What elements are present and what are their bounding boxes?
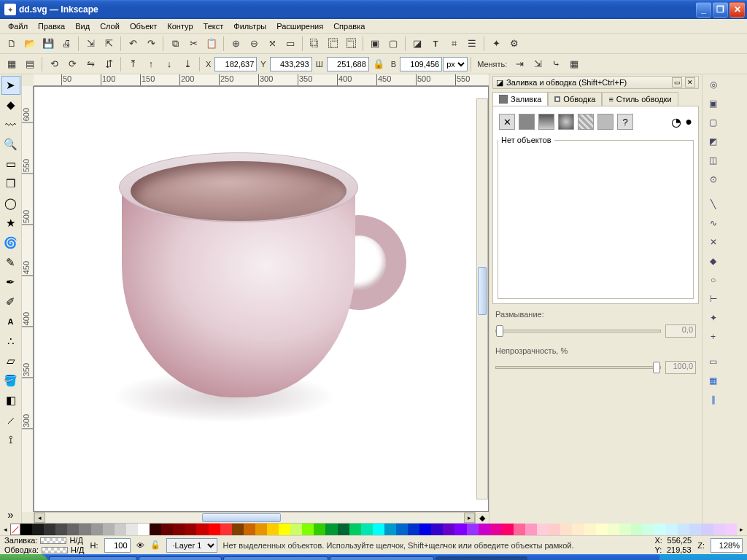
star-tool[interactable]: ★ bbox=[1, 214, 20, 233]
x-input[interactable] bbox=[214, 57, 257, 71]
taskbar-item-2[interactable]: 💽 KINGSTON (F:) bbox=[139, 556, 222, 560]
palette-swatch[interactable] bbox=[349, 524, 361, 535]
palette-swatch[interactable] bbox=[572, 524, 584, 535]
menu-edit[interactable]: Правка bbox=[33, 20, 70, 32]
calligraphy-tool[interactable]: ✐ bbox=[1, 292, 20, 311]
snap-grid-button[interactable]: ▦ bbox=[705, 372, 722, 389]
palette-swatch[interactable] bbox=[713, 524, 725, 535]
palette-swatch[interactable] bbox=[290, 524, 302, 535]
palette-swatch[interactable] bbox=[79, 524, 90, 535]
palette-swatch[interactable] bbox=[502, 524, 514, 535]
palette-swatch[interactable] bbox=[431, 524, 443, 535]
menu-path[interactable]: Контур bbox=[162, 20, 198, 32]
rotate-cw-button[interactable]: ⟳ bbox=[63, 55, 81, 73]
import-button[interactable]: ⇲ bbox=[82, 35, 99, 52]
rotate-ccw-button[interactable]: ⟲ bbox=[45, 55, 63, 73]
lock-icon[interactable]: 🔓 bbox=[150, 540, 160, 550]
palette-swatch[interactable] bbox=[396, 524, 408, 535]
align-button[interactable]: ☰ bbox=[463, 35, 481, 52]
palette-swatch[interactable] bbox=[67, 524, 79, 535]
fill-linear-button[interactable] bbox=[538, 114, 554, 130]
menu-ext[interactable]: Расширения bbox=[271, 20, 328, 32]
menu-help[interactable]: Справка bbox=[328, 20, 370, 32]
canvas[interactable] bbox=[34, 86, 489, 512]
palette-swatch[interactable] bbox=[537, 524, 549, 535]
menu-text[interactable]: Текст bbox=[198, 20, 229, 32]
palette-swatch[interactable] bbox=[654, 524, 666, 535]
palette-swatch[interactable] bbox=[560, 524, 572, 535]
affect-rotate-button[interactable]: ⤷ bbox=[547, 55, 565, 73]
unlink-clone-button[interactable]: ⿹ bbox=[342, 35, 360, 52]
menu-view[interactable]: Вид bbox=[70, 20, 95, 32]
palette-swatch[interactable] bbox=[467, 524, 479, 535]
fill-rule-evenodd-icon[interactable]: ◔ bbox=[671, 115, 681, 129]
menu-filter[interactable]: Фильтры bbox=[228, 20, 271, 32]
eye-icon[interactable]: 👁 bbox=[136, 541, 144, 550]
dropper-tool[interactable]: ⟋ bbox=[1, 411, 20, 429]
zoom-fit-button[interactable]: ⤧ bbox=[263, 35, 281, 52]
palette-swatch[interactable] bbox=[161, 524, 173, 535]
taskbar-item-1[interactable]: 📁 Пока не удалять bbox=[49, 556, 137, 560]
export-button[interactable]: ⇱ bbox=[100, 35, 117, 52]
palette-swatch[interactable] bbox=[490, 524, 502, 535]
palette-swatch[interactable] bbox=[384, 524, 396, 535]
zoom-in-button[interactable]: ⊕ bbox=[227, 35, 244, 52]
palette-swatch[interactable] bbox=[220, 524, 232, 535]
palette-swatch[interactable] bbox=[126, 524, 138, 535]
palette-swatch[interactable] bbox=[514, 524, 525, 535]
palette-swatch[interactable] bbox=[150, 524, 161, 535]
spray-tool[interactable]: ∴ bbox=[1, 332, 20, 351]
palette-swatch[interactable] bbox=[361, 524, 373, 535]
expand-tool-icon[interactable]: » bbox=[1, 505, 20, 524]
fill-dialog-button[interactable]: ◪ bbox=[409, 35, 426, 52]
system-tray[interactable]: RU 🛡 🕪 🖥 10:08 bbox=[659, 554, 747, 560]
lower-button[interactable]: ↓ bbox=[160, 55, 178, 73]
palette-swatch[interactable] bbox=[338, 524, 349, 535]
rect-tool[interactable]: ▭ bbox=[1, 155, 20, 174]
palette-swatch[interactable] bbox=[643, 524, 654, 535]
palette-swatch[interactable] bbox=[325, 524, 337, 535]
palette-swatch[interactable] bbox=[373, 524, 384, 535]
palette-pick-icon[interactable]: ◆ bbox=[476, 512, 489, 524]
palette-swatch[interactable] bbox=[232, 524, 244, 535]
print-button[interactable]: 🖨 bbox=[58, 35, 75, 52]
palette-swatch[interactable] bbox=[138, 524, 150, 535]
close-button[interactable]: ✕ bbox=[729, 2, 745, 18]
snap-path-button[interactable]: ∿ bbox=[705, 214, 722, 232]
copy-button[interactable]: ⧉ bbox=[166, 35, 184, 52]
flip-h-button[interactable]: ⇋ bbox=[82, 55, 99, 73]
palette-swatch[interactable] bbox=[725, 524, 737, 535]
node-tool[interactable]: ◆ bbox=[1, 96, 20, 114]
fill-rule-nonzero-icon[interactable]: ● bbox=[685, 115, 692, 128]
color-palette[interactable]: ◂ ▸ bbox=[0, 524, 747, 535]
bezier-tool[interactable]: ✒ bbox=[1, 273, 20, 292]
3dbox-tool[interactable]: ❒ bbox=[1, 174, 20, 193]
palette-swatch[interactable] bbox=[525, 524, 537, 535]
palette-swatch[interactable] bbox=[678, 524, 689, 535]
select-layer-button[interactable]: ▤ bbox=[21, 55, 39, 73]
w-input[interactable] bbox=[327, 57, 369, 71]
fill-flat-button[interactable] bbox=[519, 114, 535, 130]
ungroup-button[interactable]: ▢ bbox=[384, 35, 402, 52]
snap-midpoint-button[interactable]: ◫ bbox=[705, 152, 722, 169]
new-button[interactable]: 🗋 bbox=[3, 35, 20, 52]
palette-right-arrow[interactable]: ▸ bbox=[737, 524, 747, 535]
xml-button[interactable]: ⌗ bbox=[445, 35, 462, 52]
flip-v-button[interactable]: ⇵ bbox=[100, 55, 117, 73]
affect-scale-button[interactable]: ⇲ bbox=[529, 55, 546, 73]
snap-bbox-button[interactable]: ▣ bbox=[705, 95, 722, 112]
tab-stroke-style[interactable]: ≡Стиль обводки bbox=[602, 92, 678, 106]
undo-button[interactable]: ↶ bbox=[124, 35, 142, 52]
opacity-value[interactable]: 100,0 bbox=[665, 361, 696, 374]
fill-none-button[interactable]: ✕ bbox=[499, 114, 515, 130]
select-all-button[interactable]: ▦ bbox=[3, 55, 20, 73]
zoom-input[interactable] bbox=[711, 538, 743, 553]
start-button[interactable]: ⊞ пуск bbox=[0, 554, 48, 560]
snap-intersect-button[interactable]: ✕ bbox=[705, 233, 722, 251]
fill-radial-button[interactable] bbox=[558, 114, 574, 130]
palette-swatch[interactable] bbox=[91, 524, 103, 535]
palette-swatch[interactable] bbox=[32, 524, 44, 535]
redo-button[interactable]: ↷ bbox=[142, 35, 160, 52]
menu-file[interactable]: Файл bbox=[3, 20, 33, 32]
taskbar-item-4[interactable]: 📄 Создание 3D.doc - ... bbox=[330, 556, 434, 560]
